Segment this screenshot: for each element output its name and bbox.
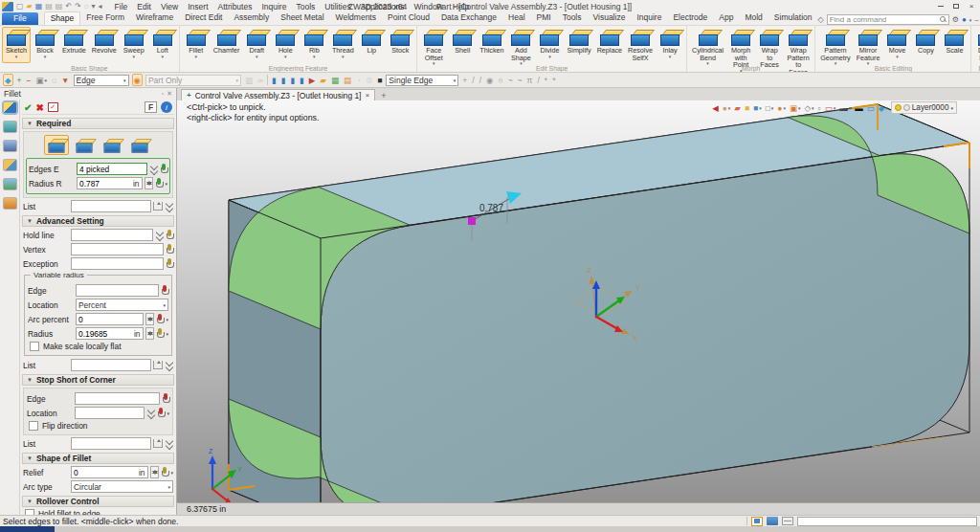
snap-star-icon[interactable]: * xyxy=(544,74,548,86)
ribbon-tab-heal[interactable]: Heal xyxy=(502,11,530,25)
ribbon-tab-assembly[interactable]: Assembly xyxy=(228,11,275,25)
caret-down-icon[interactable]: ▾ xyxy=(166,317,168,322)
panel-close-icon[interactable]: ✕ xyxy=(167,90,172,98)
ss-location-input[interactable] xyxy=(75,407,145,419)
mic-icon[interactable] xyxy=(166,230,173,241)
history-clock-icon[interactable]: ◔ xyxy=(355,74,362,86)
black-box-icon[interactable]: ■ xyxy=(376,74,383,86)
monitor-icon[interactable] xyxy=(767,517,778,525)
list-input[interactable] xyxy=(71,437,151,450)
info-button[interactable]: i xyxy=(161,101,172,113)
frame-view-icon[interactable]: ▭ xyxy=(866,101,876,114)
filter-edge-1-icon[interactable]: ▮ xyxy=(271,74,278,86)
ribbon-tab-visualize[interactable]: Visualize xyxy=(588,11,632,25)
ribbon-button-resolve-selfx[interactable]: Resolve SelfX xyxy=(625,27,656,67)
mic-icon[interactable] xyxy=(161,467,168,478)
open-icon[interactable]: ▰ xyxy=(27,2,33,11)
vr-radius-spinner[interactable] xyxy=(145,327,154,340)
ribbon-tab-tools[interactable]: Tools xyxy=(557,11,588,25)
pick-scope-select[interactable]: Part Only▾ xyxy=(145,75,241,86)
ribbon-tab-wireframe[interactable]: Wireframe xyxy=(130,11,179,25)
ribbon-tab-file[interactable]: File xyxy=(2,12,38,25)
clip-view-icon[interactable]: ◆▾ xyxy=(878,101,889,114)
ribbon-button-thicken[interactable]: Thicken xyxy=(477,27,506,67)
app-logo[interactable] xyxy=(2,2,13,11)
ribbon-button-copy[interactable]: Copy xyxy=(911,27,940,67)
shade-edge-icon[interactable]: ■▾ xyxy=(752,101,763,114)
fillet-type-vertex-button[interactable] xyxy=(127,135,152,155)
help-icon[interactable]: ● xyxy=(962,15,967,24)
picture-icon[interactable]: ▦ xyxy=(330,74,340,86)
split-window-icon[interactable] xyxy=(782,517,793,525)
snap-line-icon[interactable]: / xyxy=(471,74,475,86)
ribbon-button-chamfer[interactable]: Chamfer xyxy=(211,27,243,63)
ribbon-tab-app[interactable]: App xyxy=(713,11,739,25)
bulb-icon[interactable] xyxy=(895,104,902,111)
ribbon-tab-electrode[interactable]: Electrode xyxy=(667,11,713,25)
export-list-icon[interactable] xyxy=(153,202,163,211)
ribbon-button-pattern-geometry[interactable]: Pattern Geometry▾ xyxy=(817,27,854,67)
exit-input-icon[interactable]: ◀ xyxy=(711,101,720,114)
ribbon-button-lip[interactable]: Lip xyxy=(357,27,386,63)
ribbon-button-face-offset[interactable]: Face Offset▾ xyxy=(419,27,448,67)
ribbon-button-extrude[interactable]: Extrude xyxy=(59,27,89,63)
zoom-red-icon[interactable]: ▭▾ xyxy=(824,101,837,114)
radius-input[interactable]: in xyxy=(77,177,143,189)
save-icon[interactable]: ▦ xyxy=(35,2,43,11)
caret-down-icon[interactable]: ▾ xyxy=(167,410,169,416)
new-tab-button[interactable]: + xyxy=(377,91,390,100)
expand-chevrons-icon[interactable] xyxy=(155,231,164,240)
caret-down-icon[interactable]: ▾ xyxy=(165,181,167,187)
regen-icon[interactable]: ◌ xyxy=(84,2,89,11)
style-icon[interactable]: ◇ xyxy=(818,15,824,24)
relief-spinner[interactable] xyxy=(150,466,159,478)
fillet-type-face-button[interactable] xyxy=(100,135,124,155)
ribbon-button-block[interactable]: Block▾ xyxy=(31,27,59,63)
fillet-type-edge-button[interactable] xyxy=(44,135,69,155)
radius-spinner[interactable] xyxy=(145,177,153,189)
view-orient-icon[interactable]: ◇▾ xyxy=(804,101,815,114)
entity-filter-select[interactable]: Edge▾ xyxy=(74,75,129,86)
ribbon-button-datum-plane[interactable]: Datum Plane▾ xyxy=(973,27,980,67)
mic-icon[interactable] xyxy=(156,328,164,340)
ribbon-tab-pmi[interactable]: PMI xyxy=(531,11,557,25)
section-view-icon[interactable]: ▣▾ xyxy=(789,101,802,114)
section-advanced-setting[interactable]: ▼Advanced Setting xyxy=(22,215,174,227)
ribbon-button-divide[interactable]: Divide▾ xyxy=(535,27,564,67)
ribbon-button-sweep[interactable]: Sweep▾ xyxy=(120,27,148,63)
pick-hand-icon[interactable]: ●▾ xyxy=(722,101,732,114)
menu-tools[interactable]: Tools xyxy=(291,2,320,11)
menu-inquire[interactable]: Inquire xyxy=(256,2,291,11)
mic-icon[interactable] xyxy=(161,285,168,297)
ribbon-button-replace[interactable]: Replace xyxy=(594,27,625,67)
ribbon-tab-weldments[interactable]: Weldments xyxy=(330,11,382,25)
shade-icon[interactable]: ■ xyxy=(744,101,750,114)
ribbon-button-move[interactable]: Move▾ xyxy=(882,27,911,67)
filter-edge-4-icon[interactable]: ▮ xyxy=(299,74,305,86)
ribbon-button-revolve[interactable]: Revolve xyxy=(89,27,120,63)
qat-caret-icon[interactable]: ▾ xyxy=(92,2,96,11)
new-file-icon[interactable]: ▢ xyxy=(16,2,24,11)
mic-icon[interactable] xyxy=(166,244,173,255)
list-input[interactable] xyxy=(71,200,151,212)
find-command-box[interactable]: Find a command xyxy=(827,14,949,25)
vr-arc-percent-input[interactable] xyxy=(76,313,144,325)
snap-all-icon[interactable]: + xyxy=(461,74,468,86)
apply-button[interactable]: ✓ xyxy=(48,102,58,112)
ok-button[interactable]: ✔ xyxy=(24,102,32,113)
expand-chevrons-icon[interactable] xyxy=(149,165,158,174)
pick-list-icon[interactable]: ▥ xyxy=(244,74,254,86)
pick-mode-select[interactable]: Single Edge▾ xyxy=(386,75,458,86)
snap-line2-icon[interactable]: / xyxy=(479,74,482,86)
make-scale-flat-checkbox[interactable]: Make scale locally flat xyxy=(30,342,167,351)
ribbon-tab-shape[interactable]: Shape xyxy=(44,11,81,25)
menu-help[interactable]: Help xyxy=(448,2,474,11)
undo-icon[interactable]: ↶ xyxy=(65,2,72,11)
ribbon-button-hole[interactable]: Hole▾ xyxy=(271,27,300,63)
plot-icon[interactable]: ▤ xyxy=(56,2,63,11)
list-input[interactable] xyxy=(71,359,151,371)
assembly-manager-icon[interactable] xyxy=(3,140,17,152)
section-stop-short[interactable]: ▼Stop Short of Corner xyxy=(22,374,174,386)
menu-edit[interactable]: Edit xyxy=(132,2,156,11)
vr-radius-input[interactable]: in xyxy=(76,327,144,340)
